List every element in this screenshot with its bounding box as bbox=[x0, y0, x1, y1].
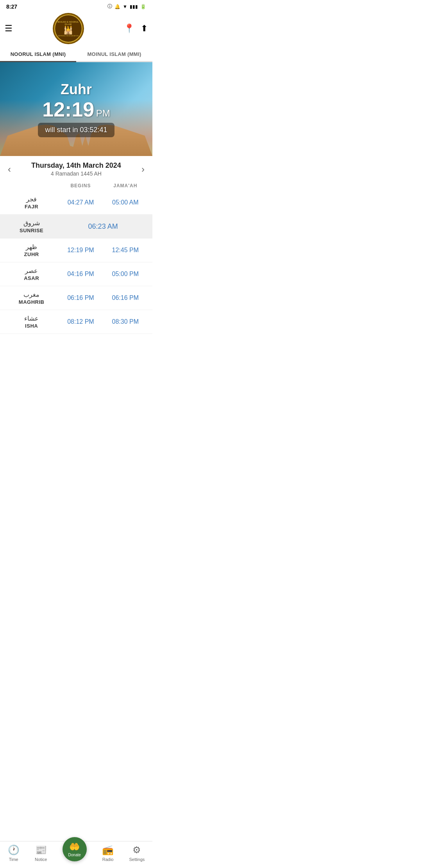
prayer-table-header: BEGINS JAMA'AH bbox=[0, 181, 152, 191]
maghrib-arabic: مغرب bbox=[5, 291, 58, 298]
header: ☰ MASJID-E-NOORUL ISLAM 🕌 INSPIRING REGE… bbox=[0, 11, 152, 47]
next-date-button[interactable]: › bbox=[138, 162, 148, 176]
asar-english: ASAR bbox=[5, 275, 58, 281]
fajr-arabic: فجر bbox=[5, 195, 58, 203]
asar-jamah: 05:00 PM bbox=[103, 271, 148, 278]
header-icons: 📍 ⬆ bbox=[124, 23, 148, 34]
jamah-header: JAMA'AH bbox=[103, 183, 148, 188]
zuhr-jamah: 12:45 PM bbox=[103, 247, 148, 254]
sunrise-time: 06:23 AM bbox=[58, 222, 148, 231]
prayer-table: BEGINS JAMA'AH فجر FAJR 04:27 AM 05:00 A… bbox=[0, 181, 152, 334]
menu-button[interactable]: ☰ bbox=[5, 23, 13, 34]
maghrib-english: MAGHRIB bbox=[5, 299, 58, 305]
zuhr-begins: 12:19 PM bbox=[58, 247, 103, 254]
prayer-row-isha: عشاء ISHA 08:12 PM 08:30 PM bbox=[0, 310, 152, 334]
battery-icon: 🔋 bbox=[140, 4, 146, 9]
app-logo: MASJID-E-NOORUL ISLAM 🕌 INSPIRING REGENE… bbox=[53, 13, 84, 44]
zuhr-name: ظهر ZUHR bbox=[5, 243, 58, 257]
maghrib-name: مغرب MAGHRIB bbox=[5, 291, 58, 305]
fajr-jamah: 05:00 AM bbox=[103, 199, 148, 206]
tab-mni[interactable]: NOORUL ISLAM (MNI) bbox=[0, 47, 76, 62]
share-button[interactable]: ⬆ bbox=[141, 23, 148, 34]
prayer-row-fajr: فجر FAJR 04:27 AM 05:00 AM bbox=[0, 191, 152, 215]
current-ampm: PM bbox=[96, 108, 110, 118]
date-display: Thursday, 14th March 2024 4 Ramadan 1445… bbox=[31, 161, 121, 177]
notification-icon: 🔔 bbox=[114, 4, 120, 9]
logo-mosque-icon: 🕌 bbox=[63, 25, 73, 35]
status-bar: 8:27 ⓘ 🔔 ▼ ▮▮▮ 🔋 bbox=[0, 0, 152, 11]
asar-begins: 04:16 PM bbox=[58, 271, 103, 278]
fajr-name: فجر FAJR bbox=[5, 195, 58, 210]
tabs: NOORUL ISLAM (MNI) MOINUL ISLAM (MMI) bbox=[0, 47, 152, 62]
fajr-english: FAJR bbox=[5, 204, 58, 210]
isha-english: ISHA bbox=[5, 323, 58, 329]
isha-name: عشاء ISHA bbox=[5, 315, 58, 329]
current-prayer-name: Zuhr bbox=[38, 81, 114, 98]
location-button[interactable]: 📍 bbox=[124, 23, 134, 34]
maghrib-begins: 06:16 PM bbox=[58, 294, 103, 301]
signal-icon: ▮▮▮ bbox=[130, 4, 138, 9]
logo-text-bottom: INSPIRING REGENERATION bbox=[58, 35, 79, 37]
sunrise-english: SUNRISE bbox=[5, 228, 58, 233]
date-row: ‹ Thursday, 14th March 2024 4 Ramadan 14… bbox=[0, 156, 152, 181]
isha-begins: 08:12 PM bbox=[58, 318, 103, 325]
maghrib-jamah: 06:16 PM bbox=[103, 294, 148, 301]
current-prayer-time: 12:19 PM bbox=[38, 99, 114, 120]
prayer-row-zuhr: ظهر ZUHR 12:19 PM 12:45 PM bbox=[0, 239, 152, 262]
prayer-row-asar: عصر ASAR 04:16 PM 05:00 PM bbox=[0, 262, 152, 286]
prayer-name-header bbox=[5, 183, 58, 188]
isha-jamah: 08:30 PM bbox=[103, 318, 148, 325]
status-time: 8:27 bbox=[6, 4, 17, 10]
prayer-row-maghrib: مغرب MAGHRIB 06:16 PM 06:16 PM bbox=[0, 286, 152, 310]
hero-banner: Zuhr 12:19 PM will start in 03:52:41 bbox=[0, 62, 152, 156]
asar-name: عصر ASAR bbox=[5, 267, 58, 281]
prayer-row-sunrise: شروق SUNRISE 06:23 AM bbox=[0, 215, 152, 239]
status-icons: ⓘ 🔔 ▼ ▮▮▮ 🔋 bbox=[107, 3, 146, 10]
isha-arabic: عشاء bbox=[5, 315, 58, 322]
sunrise-name: شروق SUNRISE bbox=[5, 219, 58, 233]
countdown-timer: will start in 03:52:41 bbox=[38, 123, 114, 137]
zuhr-arabic: ظهر bbox=[5, 243, 58, 251]
wifi-icon: ▼ bbox=[123, 4, 127, 9]
current-time: 12:19 bbox=[42, 98, 94, 121]
info-icon: ⓘ bbox=[107, 3, 112, 10]
hijri-date: 4 Ramadan 1445 AH bbox=[31, 170, 121, 177]
gregorian-date: Thursday, 14th March 2024 bbox=[31, 161, 121, 170]
zuhr-english: ZUHR bbox=[5, 251, 58, 257]
asar-arabic: عصر bbox=[5, 267, 58, 274]
fajr-begins: 04:27 AM bbox=[58, 199, 103, 206]
logo-text-top: MASJID-E-NOORUL ISLAM bbox=[55, 21, 82, 25]
hero-content: Zuhr 12:19 PM will start in 03:52:41 bbox=[38, 81, 114, 137]
prev-date-button[interactable]: ‹ bbox=[5, 162, 14, 176]
tab-mmi[interactable]: MOINUL ISLAM (MMI) bbox=[76, 47, 152, 61]
sunrise-arabic: شروق bbox=[5, 219, 58, 227]
begins-header: BEGINS bbox=[58, 183, 103, 188]
